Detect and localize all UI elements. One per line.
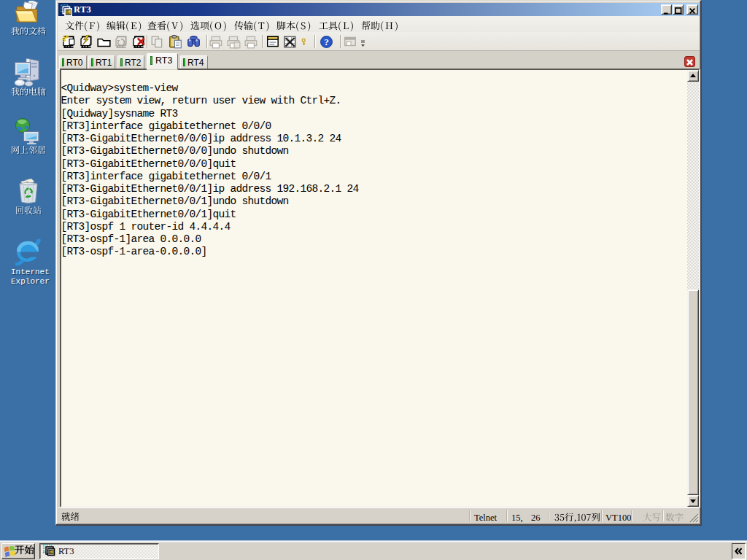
svg-text:?: ?	[324, 36, 329, 47]
